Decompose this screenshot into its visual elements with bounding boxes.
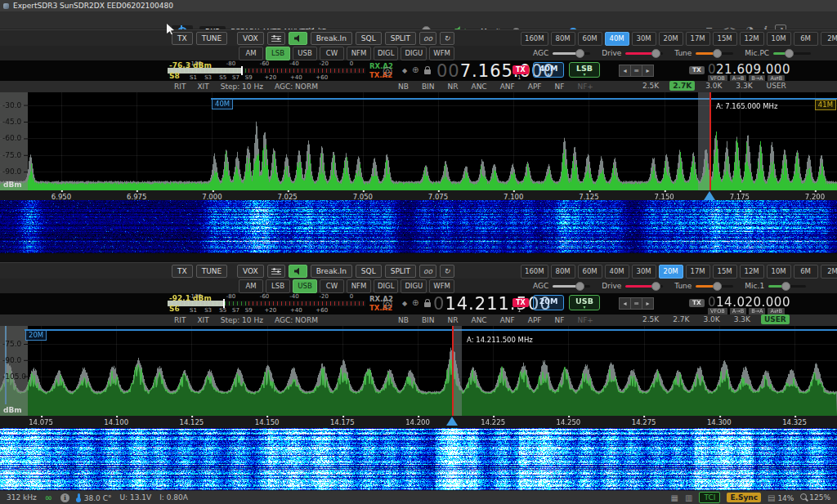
rx1-band-button-15m[interactable]: 15M xyxy=(713,32,737,46)
rx1-option-agc-norm[interactable]: AGC: NORM xyxy=(275,83,318,91)
lock-icon[interactable] xyxy=(424,68,431,76)
rx1-vox-button[interactable]: VOX xyxy=(237,32,264,45)
rx2-eq-button[interactable] xyxy=(267,265,285,278)
rx2-band-button-15m[interactable]: 15M xyxy=(713,265,737,279)
rx1-dsp-nr[interactable]: NR xyxy=(447,83,458,91)
rx1-band-button-12m[interactable]: 12M xyxy=(740,32,764,46)
rx2-mode-button-usb[interactable]: USB xyxy=(293,279,317,293)
lock-icon[interactable] xyxy=(424,301,431,309)
rx2-mode-button-wfm[interactable]: WFM xyxy=(429,279,454,293)
rx2-filter-3-0k[interactable]: 3.0K xyxy=(700,314,723,324)
rx2-recorder-button[interactable]: oo xyxy=(419,265,436,278)
rx1-sql-button[interactable]: SQL xyxy=(356,32,382,45)
rx1-mode-button-lsb[interactable]: LSB xyxy=(266,47,290,60)
rx2-band-button-80m[interactable]: 80M xyxy=(551,265,575,279)
panel-icon[interactable]: ▥ xyxy=(685,493,692,502)
rx1-tx-button[interactable]: TX xyxy=(172,32,193,45)
rx1-filter-user[interactable]: USER xyxy=(763,81,790,91)
rx1-mute-button[interactable] xyxy=(289,32,307,45)
rx2-frequency-axis[interactable]: 14.07514.10014.12514.15014.17514.20014.2… xyxy=(0,416,837,428)
rx2-waterfall[interactable] xyxy=(0,428,837,490)
sample-rate[interactable]: 312 kHz xyxy=(7,493,37,502)
rx2-band-button-160m[interactable]: 160M xyxy=(521,265,548,279)
grid-icon[interactable]: ▦ xyxy=(671,493,678,502)
rx2-dsp-nr[interactable]: NR xyxy=(447,316,458,324)
rx2-filter-3-3k[interactable]: 3.3K xyxy=(731,314,754,324)
rx2-tx-button[interactable]: TX xyxy=(172,265,193,278)
rx2-mode-button-cw[interactable]: CW xyxy=(320,279,344,293)
rx1-filter-passband[interactable] xyxy=(698,92,709,190)
rx2-loop-button[interactable]: ↻ xyxy=(440,265,454,278)
rx1-filter-3-0k[interactable]: 3.0K xyxy=(702,81,725,91)
rx1-band-button-10m[interactable]: 10M xyxy=(767,32,791,46)
rx2-dsp-anc[interactable]: ANC xyxy=(471,316,486,324)
rx1-filter-2-7k[interactable]: 2.7K xyxy=(669,81,695,91)
ui-zoom[interactable]: 125% xyxy=(800,493,830,502)
rx2-dsp-nf+[interactable]: NF+ xyxy=(577,316,593,324)
slider-mic-pc[interactable]: Mic.PC xyxy=(745,49,811,57)
next-icon[interactable]: ▸ xyxy=(642,297,654,310)
rx2-tune-button[interactable]: TUNE xyxy=(196,265,228,278)
rx2-dsp-anf[interactable]: ANF xyxy=(500,316,515,324)
tci-badge[interactable]: TCI xyxy=(699,492,720,503)
rx2-dsp-nb[interactable]: NB xyxy=(398,316,409,324)
link-icon[interactable]: ∞ xyxy=(45,493,52,503)
rx1-option-step-10-hz[interactable]: Step: 10 Hz xyxy=(221,83,263,91)
rx1-eq-button[interactable] xyxy=(267,32,285,45)
rx1-band-button-6m[interactable]: 6M xyxy=(794,32,818,46)
rx1-waterfall[interactable] xyxy=(0,200,837,253)
rx1-breakin-button[interactable]: Break.In xyxy=(311,32,352,45)
rx2-band-button-6m[interactable]: 6M xyxy=(794,265,818,279)
rx2-split-button[interactable]: SPLIT xyxy=(385,265,416,278)
slider-agc[interactable]: AGC xyxy=(533,49,590,57)
esync-badge[interactable]: E.Sync xyxy=(727,493,761,502)
slider-agc[interactable]: AGC xyxy=(533,282,590,290)
rx1-dsp-nb[interactable]: NB xyxy=(398,83,409,91)
slider-tune[interactable]: Tune xyxy=(674,282,733,290)
rx1-dsp-apf[interactable]: APF xyxy=(528,83,542,91)
rx1-dsp-anf[interactable]: ANF xyxy=(500,83,515,91)
rx1-band-dropdown[interactable]: 40M▾ xyxy=(533,62,564,78)
rx1-split-button[interactable]: SPLIT xyxy=(385,32,416,45)
rx2-spectrum-display[interactable]: 20M A: 14.211.500 MHz xyxy=(0,326,837,416)
rx2-option-xit[interactable]: XIT xyxy=(197,316,208,324)
rx1-recorder-button[interactable]: oo xyxy=(419,32,436,45)
rx2-mode-button-digu[interactable]: DIGU xyxy=(401,279,427,293)
rx1-mode-button-cw[interactable]: CW xyxy=(320,47,344,60)
rows-icon[interactable]: ≡ xyxy=(630,297,642,310)
rx2-dsp-apf[interactable]: APF xyxy=(528,316,542,324)
rx2-breakin-button[interactable]: Break.In xyxy=(311,265,352,278)
rx2-band-button-30m[interactable]: 30M xyxy=(632,265,656,279)
rx1-dsp-nf[interactable]: NF xyxy=(555,83,565,91)
slider-drive[interactable]: Drive xyxy=(602,49,663,57)
rx1-band-button-30m[interactable]: 30M xyxy=(632,32,656,46)
rx2-option-step-10-hz[interactable]: Step: 10 Hz xyxy=(221,316,263,324)
rx1-dsp-nf+[interactable]: NF+ xyxy=(577,83,593,91)
rx2-mute-button[interactable] xyxy=(289,265,307,278)
rx2-sql-button[interactable]: SQL xyxy=(356,265,382,278)
rx1-mode-button-digu[interactable]: DIGU xyxy=(401,47,427,60)
rows-icon[interactable]: ≡ xyxy=(630,65,642,77)
rx1-mode-button-am[interactable]: AM xyxy=(239,47,263,60)
rx2-mode-button-nfm[interactable]: NFM xyxy=(347,279,371,293)
rx1-vfo-line[interactable] xyxy=(709,92,711,190)
rx1-band-button-2m[interactable]: 2M xyxy=(821,32,837,46)
slider-mic-1[interactable]: Mic.1 xyxy=(745,282,806,290)
rx1-band-button-60m[interactable]: 60M xyxy=(578,32,602,46)
prev-icon[interactable]: ◂ xyxy=(619,297,631,310)
rx1-option-rit[interactable]: RIT xyxy=(174,83,186,91)
slider-tune[interactable]: Tune xyxy=(674,49,733,57)
rx1-spectrum-display[interactable]: 40M 41M A: 7.165.000 MHz xyxy=(0,92,837,190)
rx2-band-button-60m[interactable]: 60M xyxy=(578,265,602,279)
rx1-mode-button-usb[interactable]: USB xyxy=(293,47,317,60)
rx2-option-rit[interactable]: RIT xyxy=(174,316,186,324)
prev-icon[interactable]: ◂ xyxy=(619,65,631,77)
rx2-band-button-40m[interactable]: 40M xyxy=(605,265,629,279)
next-icon[interactable]: ▸ xyxy=(642,65,654,77)
rx2-filter-2-7k[interactable]: 2.7K xyxy=(669,314,692,324)
rx2-dsp-nf[interactable]: NF xyxy=(555,316,565,324)
rx1-filter-2-5k[interactable]: 2.5K xyxy=(639,81,662,91)
rx2-vox-button[interactable]: VOX xyxy=(237,265,264,278)
rx2-option-agc-norm[interactable]: AGC: NORM xyxy=(275,316,318,324)
add-icon[interactable]: ⊕ xyxy=(412,65,418,74)
